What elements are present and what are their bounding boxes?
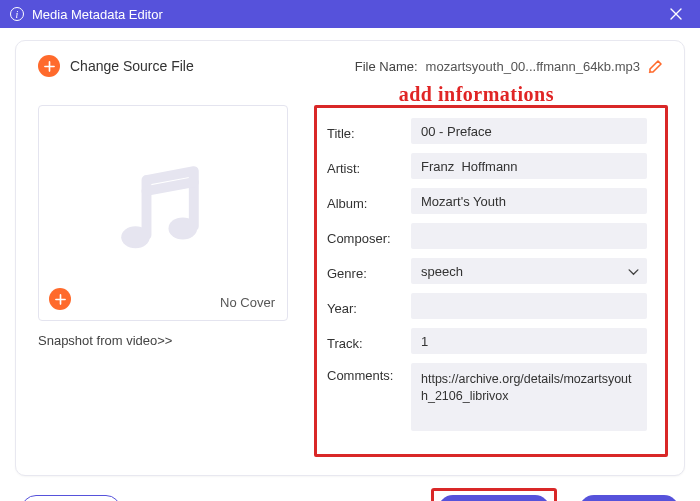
file-name-label: File Name: bbox=[355, 59, 418, 74]
svg-point-0 bbox=[121, 226, 150, 248]
info-icon: i bbox=[10, 7, 24, 21]
genre-select[interactable] bbox=[411, 258, 647, 284]
year-input[interactable] bbox=[411, 293, 647, 319]
artist-input[interactable] bbox=[411, 153, 647, 179]
label-track: Track: bbox=[327, 331, 395, 351]
composer-input[interactable] bbox=[411, 223, 647, 249]
label-title: Title: bbox=[327, 121, 395, 141]
titlebar: i Media Metadata Editor bbox=[0, 0, 700, 28]
svg-point-1 bbox=[169, 217, 198, 239]
file-name-value: mozartsyouth_00...ffmann_64kb.mp3 bbox=[426, 59, 640, 74]
music-note-icon bbox=[108, 158, 218, 268]
change-source-file[interactable]: Change Source File bbox=[38, 55, 194, 77]
cancel-button[interactable]: Cancel bbox=[579, 495, 679, 501]
cover-art-box: No Cover bbox=[38, 105, 288, 321]
plus-icon bbox=[38, 55, 60, 77]
save-highlight-box: Save bbox=[431, 488, 557, 501]
close-button[interactable] bbox=[662, 0, 690, 28]
reset-button[interactable]: Reset bbox=[21, 495, 121, 501]
snapshot-from-video-link[interactable]: Snapshot from video>> bbox=[38, 333, 288, 348]
plus-icon bbox=[55, 294, 66, 305]
label-artist: Artist: bbox=[327, 156, 395, 176]
save-button[interactable]: Save bbox=[438, 495, 550, 501]
no-cover-label: No Cover bbox=[220, 295, 275, 310]
label-composer: Composer: bbox=[327, 226, 395, 246]
annotation-label: add informations bbox=[399, 83, 554, 106]
label-album: Album: bbox=[327, 191, 395, 211]
label-comments: Comments: bbox=[327, 363, 395, 383]
label-genre: Genre: bbox=[327, 261, 395, 281]
album-input[interactable] bbox=[411, 188, 647, 214]
add-cover-button[interactable] bbox=[49, 288, 71, 310]
change-source-label: Change Source File bbox=[70, 58, 194, 74]
edit-filename-button[interactable] bbox=[648, 58, 664, 74]
comments-textarea[interactable] bbox=[411, 363, 647, 431]
window-title: Media Metadata Editor bbox=[32, 7, 662, 22]
title-input[interactable] bbox=[411, 118, 647, 144]
main-card: Change Source File File Name: mozartsyou… bbox=[15, 40, 685, 476]
metadata-form: Title: Artist: Album: Composer: Genre: bbox=[314, 105, 668, 457]
close-icon bbox=[670, 8, 682, 20]
pen-icon bbox=[648, 58, 664, 74]
track-input[interactable] bbox=[411, 328, 647, 354]
label-year: Year: bbox=[327, 296, 395, 316]
